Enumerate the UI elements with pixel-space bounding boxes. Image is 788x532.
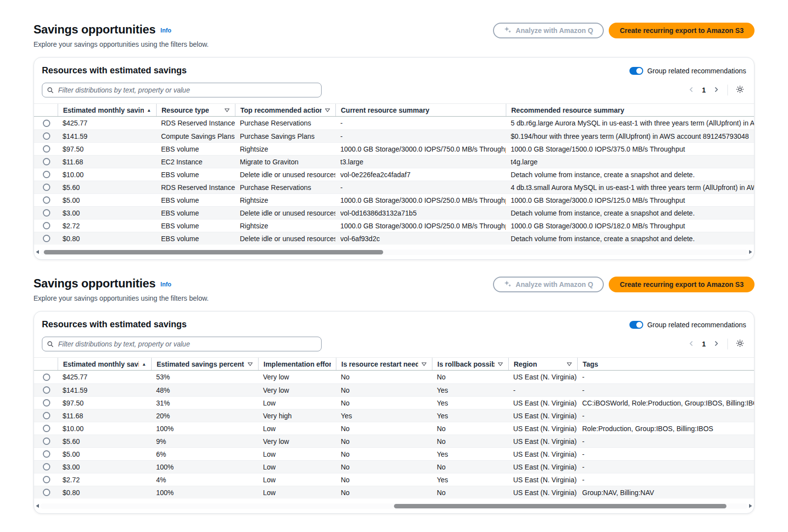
table-row[interactable]: $97.50EBS volumeRightsize1000.0 GB Stora…: [34, 142, 754, 155]
row-radio-button[interactable]: [43, 184, 50, 191]
scrollbar-thumb[interactable]: [44, 250, 383, 254]
column-header-is-rollback-possible[interactable]: Is rollback possible: [432, 358, 508, 370]
table-row[interactable]: $97.5031%LowNoYesUS East (N. Virginia)CC…: [34, 396, 754, 409]
savings-opportunities-section-1: Savings opportunities Info Explore your …: [33, 23, 755, 260]
column-header-current-resource-summary[interactable]: Current resource summary: [335, 104, 506, 116]
horizontal-scrollbar[interactable]: [34, 249, 754, 255]
cell-top-recommended-action: Rightsize: [235, 222, 335, 230]
column-header-region[interactable]: Region: [508, 358, 577, 370]
row-radio-button[interactable]: [43, 132, 50, 140]
table-row[interactable]: $11.6820%Very highYesYesUS East (N. Virg…: [34, 409, 754, 422]
table-row[interactable]: $5.60RDS Reserved InstancesPurchase Rese…: [34, 181, 754, 193]
table-row[interactable]: $5.609%Very lowNoNoUS East (N. Virginia)…: [34, 435, 754, 447]
table-row[interactable]: $425.77RDS Reserved InstancesPurchase Re…: [34, 117, 754, 129]
previous-page-button[interactable]: [686, 84, 697, 96]
column-header-implementation-effort[interactable]: Implementation effort: [258, 358, 336, 370]
table-row[interactable]: $2.72EBS volumeRightsize1000.0 GB Storag…: [34, 219, 754, 232]
row-radio-button[interactable]: [43, 425, 50, 432]
sort-ascending-icon[interactable]: ▲: [144, 108, 151, 113]
chevron-right-icon: [713, 86, 720, 94]
next-page-button[interactable]: [711, 338, 722, 350]
page-number[interactable]: 1: [699, 86, 709, 94]
table-row[interactable]: $5.006%LowNoYesUS East (N. Virginia)-: [34, 447, 754, 460]
group-recommendations-toggle[interactable]: [629, 321, 643, 329]
table-settings-button[interactable]: [734, 337, 746, 351]
row-radio-button[interactable]: [43, 476, 50, 483]
row-radio-button[interactable]: [43, 158, 50, 165]
next-page-button[interactable]: [711, 84, 722, 96]
table-settings-button[interactable]: [734, 83, 746, 97]
filter-icon[interactable]: [221, 107, 230, 113]
filter-icon[interactable]: [322, 107, 330, 113]
table-row[interactable]: $10.00EBS volumeDelete idle or unused re…: [34, 168, 754, 181]
column-header-estimated-monthly-savings[interactable]: Estimated monthly savings▲: [58, 104, 156, 116]
row-radio-button[interactable]: [43, 399, 50, 407]
table-row[interactable]: $0.80EBS volumeDelete idle or unused res…: [34, 232, 754, 245]
selection-column-header: [34, 104, 58, 116]
row-radio-button[interactable]: [43, 463, 50, 470]
info-link[interactable]: Info: [161, 27, 171, 34]
sort-ascending-icon[interactable]: ▲: [139, 362, 146, 367]
cell-top-recommended-action: Purchase Reservations: [235, 119, 335, 127]
row-radio-button[interactable]: [43, 196, 50, 204]
table-row[interactable]: $141.5948%Very lowNoYes--: [34, 383, 754, 396]
row-radio-button[interactable]: [43, 222, 50, 229]
analyze-with-amazon-q-button[interactable]: Analyze with Amazon Q: [493, 277, 604, 292]
cell-implementation-effort: Very low: [258, 438, 336, 445]
column-header-estimated-monthly-savings[interactable]: Estimated monthly savings▲: [58, 358, 151, 370]
table-row[interactable]: $5.00EBS volumeRightsize1000.0 GB Storag…: [34, 193, 754, 206]
table-row[interactable]: $10.00100%LowNoNoUS East (N. Virginia)Ro…: [34, 422, 754, 435]
column-header-is-resource-restart-needed[interactable]: Is resource restart needed: [336, 358, 432, 370]
previous-page-button[interactable]: [686, 338, 697, 350]
info-link[interactable]: Info: [161, 281, 171, 288]
scroll-left-arrow[interactable]: [36, 504, 39, 508]
table-row[interactable]: $2.724%LowNoYesUS East (N. Virginia)-: [34, 473, 754, 486]
column-header-tags[interactable]: Tags: [577, 358, 754, 370]
filter-icon[interactable]: [563, 361, 572, 367]
column-header-recommended-resource-summary[interactable]: Recommended resource summary: [506, 104, 754, 116]
analyze-with-amazon-q-button[interactable]: Analyze with Amazon Q: [493, 23, 604, 38]
cell-recommended-resource-summary: 5 db.r6g.large Aurora MySQL in us-east-1…: [506, 119, 754, 127]
filter-input[interactable]: [42, 83, 322, 97]
scrollbar-track[interactable]: [40, 250, 748, 255]
cell-tags: -: [577, 463, 754, 471]
filter-input[interactable]: [42, 337, 322, 351]
horizontal-scrollbar[interactable]: [34, 502, 754, 509]
export-button-label: Create recurring export to Amazon S3: [620, 27, 744, 34]
row-radio-button[interactable]: [43, 412, 50, 419]
filter-icon[interactable]: [244, 361, 253, 367]
row-radio-button[interactable]: [43, 438, 50, 445]
scroll-right-arrow[interactable]: [749, 250, 752, 254]
table-row[interactable]: $11.68EC2 InstanceMigrate to Gravitont3.…: [34, 155, 754, 168]
table-row[interactable]: $3.00EBS volumeDelete idle or unused res…: [34, 206, 754, 219]
column-header-resource-type[interactable]: Resource type: [156, 104, 235, 116]
row-radio-button[interactable]: [43, 450, 50, 458]
row-radio-button[interactable]: [43, 235, 50, 242]
savings-opportunities-section-2: Savings opportunities Info Explore your …: [33, 277, 755, 514]
table-row[interactable]: $141.59Compute Savings PlansPurchase Sav…: [34, 129, 754, 142]
row-radio-button[interactable]: [43, 374, 50, 381]
group-recommendations-toggle[interactable]: [629, 67, 643, 75]
filter-icon[interactable]: [418, 361, 427, 367]
scroll-left-arrow[interactable]: [36, 250, 39, 254]
table-row[interactable]: $425.7753%Very lowNoNoUS East (N. Virgin…: [34, 371, 754, 383]
row-radio-button[interactable]: [43, 171, 50, 178]
table-row[interactable]: $0.80100%LowNoNoUS East (N. Virginia)Gro…: [34, 486, 754, 499]
scrollbar-thumb[interactable]: [394, 504, 726, 508]
cell-resource-type: EBS volume: [156, 145, 235, 153]
row-radio-button[interactable]: [43, 489, 50, 496]
page-number[interactable]: 1: [699, 340, 709, 348]
row-radio-button[interactable]: [43, 386, 50, 394]
row-radio-button[interactable]: [43, 145, 50, 153]
scrollbar-track[interactable]: [40, 503, 748, 509]
create-recurring-export-button[interactable]: Create recurring export to Amazon S3: [609, 23, 755, 38]
column-header-estimated-savings-percentage[interactable]: Estimated savings percentage: [151, 358, 258, 370]
filter-icon[interactable]: [494, 361, 503, 367]
column-header-top-recommended-action[interactable]: Top recommended action: [235, 104, 335, 116]
row-radio-button[interactable]: [43, 209, 50, 217]
table-row[interactable]: $3.00100%LowNoNoUS East (N. Virginia)-: [34, 460, 754, 473]
create-recurring-export-button[interactable]: Create recurring export to Amazon S3: [609, 277, 755, 292]
scroll-right-arrow[interactable]: [749, 504, 752, 508]
cell-top-recommended-action: Delete idle or unused resources: [235, 235, 335, 243]
row-radio-button[interactable]: [43, 120, 50, 127]
